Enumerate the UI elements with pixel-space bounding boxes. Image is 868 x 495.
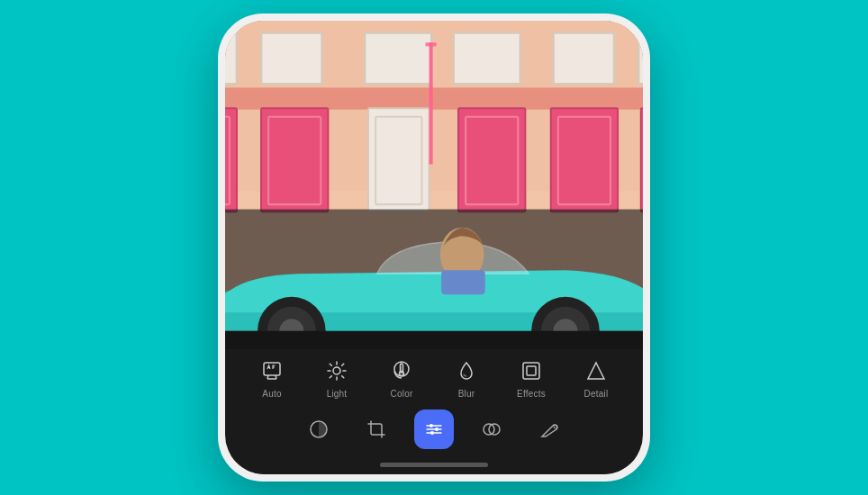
home-bar — [380, 463, 488, 467]
svg-line-40 — [330, 364, 331, 365]
mask-icon — [308, 418, 330, 440]
adjust-icon — [423, 418, 445, 440]
svg-rect-3 — [225, 33, 237, 85]
svg-rect-32 — [441, 270, 485, 294]
svg-rect-22 — [426, 42, 437, 46]
tool-auto[interactable]: Auto — [250, 356, 294, 399]
crop-icon — [366, 418, 387, 440]
effects-label: Effects — [517, 389, 546, 399]
tools-row: Auto Light — [225, 349, 643, 402]
mask-tool[interactable] — [299, 410, 339, 449]
adjust-tool[interactable] — [414, 410, 454, 449]
svg-rect-13 — [368, 108, 429, 212]
svg-line-43 — [330, 376, 331, 378]
photo-scene — [225, 21, 643, 349]
photo-area — [225, 21, 643, 349]
svg-rect-15 — [458, 108, 525, 212]
tool-detail[interactable]: Detail — [574, 356, 618, 399]
svg-rect-21 — [429, 42, 433, 164]
tool-effects[interactable]: Effects — [510, 356, 553, 399]
svg-rect-46 — [523, 363, 539, 379]
svg-point-54 — [435, 428, 439, 431]
crop-tool[interactable] — [357, 410, 396, 449]
color-label: Color — [391, 389, 413, 399]
tool-color[interactable]: Color — [380, 356, 423, 399]
svg-rect-6 — [454, 33, 520, 85]
svg-rect-19 — [641, 108, 643, 212]
detail-icon — [582, 356, 610, 385]
svg-rect-34 — [264, 363, 280, 375]
detail-label: Detail — [584, 389, 609, 399]
light-icon — [322, 356, 351, 385]
heal-icon — [538, 418, 560, 440]
svg-rect-33 — [225, 331, 643, 349]
phone-inner: Auto Light — [225, 21, 643, 474]
filter-tool[interactable] — [472, 410, 511, 449]
svg-rect-47 — [527, 366, 536, 375]
auto-icon — [258, 356, 286, 385]
blur-label: Blur — [458, 389, 475, 399]
color-icon — [387, 356, 416, 385]
light-label: Light — [327, 389, 348, 399]
svg-rect-9 — [225, 108, 237, 212]
bottom-tools-row — [225, 402, 643, 454]
filter-icon — [481, 418, 502, 440]
svg-rect-4 — [261, 33, 322, 85]
phone-frame: Auto Light — [218, 14, 650, 482]
tool-light[interactable]: Light — [315, 356, 358, 399]
blur-icon — [452, 356, 481, 385]
heal-tool[interactable] — [529, 410, 569, 449]
home-indicator — [225, 454, 643, 474]
tool-blur[interactable]: Blur — [445, 356, 488, 399]
svg-rect-7 — [553, 33, 614, 85]
svg-point-55 — [430, 431, 434, 435]
svg-rect-5 — [365, 33, 431, 85]
effects-icon — [517, 356, 546, 385]
svg-point-53 — [429, 424, 433, 428]
svg-rect-8 — [638, 33, 643, 85]
svg-marker-48 — [588, 363, 604, 379]
svg-rect-17 — [551, 108, 618, 212]
svg-point-35 — [333, 367, 340, 374]
svg-rect-11 — [261, 108, 328, 212]
svg-point-45 — [400, 372, 404, 376]
auto-label: Auto — [262, 389, 281, 399]
svg-rect-2 — [225, 87, 643, 109]
svg-line-41 — [342, 376, 344, 378]
svg-line-42 — [342, 364, 344, 365]
